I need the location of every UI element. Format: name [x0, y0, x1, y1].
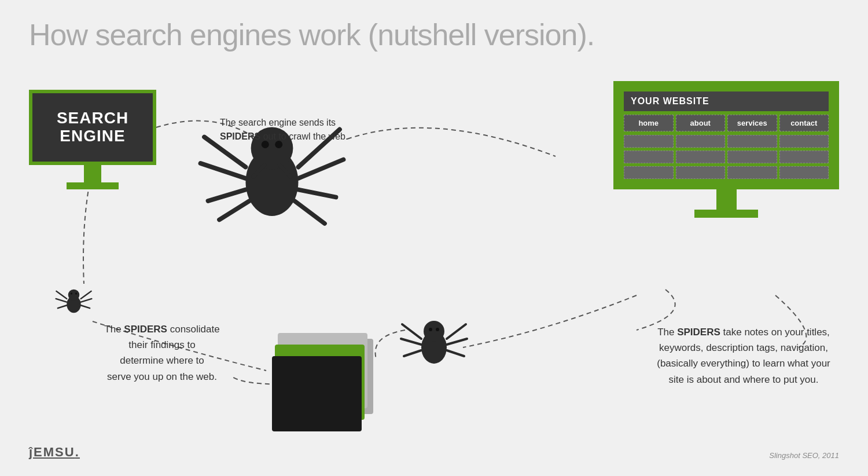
- svg-line-6: [208, 190, 246, 202]
- jemsu-text: ĵEMSU.: [29, 445, 80, 459]
- svg-point-15: [424, 321, 444, 342]
- content-cell: [727, 135, 777, 148]
- svg-line-28: [56, 291, 67, 299]
- svg-line-31: [81, 299, 92, 302]
- svg-line-33: [81, 305, 90, 308]
- files-stack: [266, 327, 382, 431]
- website-base: [694, 210, 758, 218]
- nav-contact: contact: [779, 115, 829, 131]
- content-cell: [676, 135, 726, 148]
- monitor-screen: SEARCH ENGINE: [29, 90, 156, 165]
- svg-point-26: [71, 292, 72, 294]
- monitor-base: [67, 182, 119, 189]
- search-engine-monitor: SEARCH ENGINE: [29, 90, 156, 189]
- credit-text: Slingshot SEO, 2011: [769, 451, 839, 460]
- annotation-top-text: The search engine sends itsSPIDERS out t…: [220, 118, 348, 141]
- jemsu-logo: ĵEMSU.: [29, 445, 80, 460]
- monitor-label: SEARCH ENGINE: [57, 109, 128, 145]
- svg-point-25: [68, 290, 80, 301]
- main-container: How search engines work (nutshell versio…: [0, 0, 868, 476]
- svg-line-19: [401, 339, 421, 345]
- nav-home: home: [624, 115, 674, 131]
- svg-line-5: [201, 163, 246, 178]
- svg-line-18: [402, 324, 421, 339]
- spider-tiny-left: [55, 281, 93, 318]
- svg-line-20: [404, 350, 421, 356]
- spider-bottom-center: [399, 307, 469, 376]
- website-nav: home about services contact: [624, 115, 829, 131]
- svg-line-7: [219, 201, 249, 220]
- content-cell: [624, 151, 674, 163]
- svg-line-10: [299, 190, 336, 197]
- website-title-bar: YOUR WEBSITE: [624, 91, 829, 111]
- content-cell: [727, 151, 777, 163]
- content-cell: [676, 151, 726, 163]
- annotation-top: The search engine sends itsSPIDERS out t…: [220, 116, 393, 144]
- svg-point-16: [429, 328, 432, 331]
- nav-about: about: [676, 115, 726, 131]
- arrows-svg: [0, 0, 868, 476]
- annotation-bottom-left-text: The SPIDERS consolidatetheir findings to…: [104, 324, 219, 382]
- svg-line-30: [81, 291, 91, 299]
- annotation-bottom-right: The SPIDERS take notes on your titles,ke…: [654, 324, 833, 387]
- content-row-1: [624, 135, 829, 148]
- svg-point-17: [436, 328, 439, 331]
- svg-line-32: [58, 305, 67, 308]
- website-monitor: YOUR WEBSITE home about services contact: [613, 81, 839, 218]
- svg-rect-37: [272, 356, 362, 431]
- svg-point-27: [75, 292, 77, 294]
- content-cell: [779, 151, 829, 163]
- content-cell: [676, 166, 726, 179]
- content-cell: [624, 135, 674, 148]
- spider-large: [197, 90, 347, 252]
- content-cell: [727, 166, 777, 179]
- annotation-bottom-right-text: The SPIDERS take notes on your titles,ke…: [657, 327, 830, 385]
- content-row-2: [624, 151, 829, 163]
- svg-line-21: [447, 324, 466, 339]
- content-cell: [624, 166, 674, 179]
- website-screen: YOUR WEBSITE home about services contact: [613, 81, 839, 189]
- nav-services: services: [727, 115, 777, 131]
- svg-line-29: [56, 299, 67, 302]
- svg-line-22: [447, 339, 467, 345]
- content-cell: [779, 166, 829, 179]
- svg-line-11: [295, 201, 325, 224]
- content-grid: [624, 135, 829, 179]
- content-cell: [779, 135, 829, 148]
- page-title: How search engines work (nutshell versio…: [29, 17, 594, 52]
- content-row-3: [624, 166, 829, 179]
- monitor-stand: [84, 165, 101, 182]
- svg-line-23: [447, 350, 464, 356]
- website-stand: [716, 189, 737, 210]
- annotation-bottom-left: The SPIDERS consolidatetheir findings to…: [84, 321, 240, 385]
